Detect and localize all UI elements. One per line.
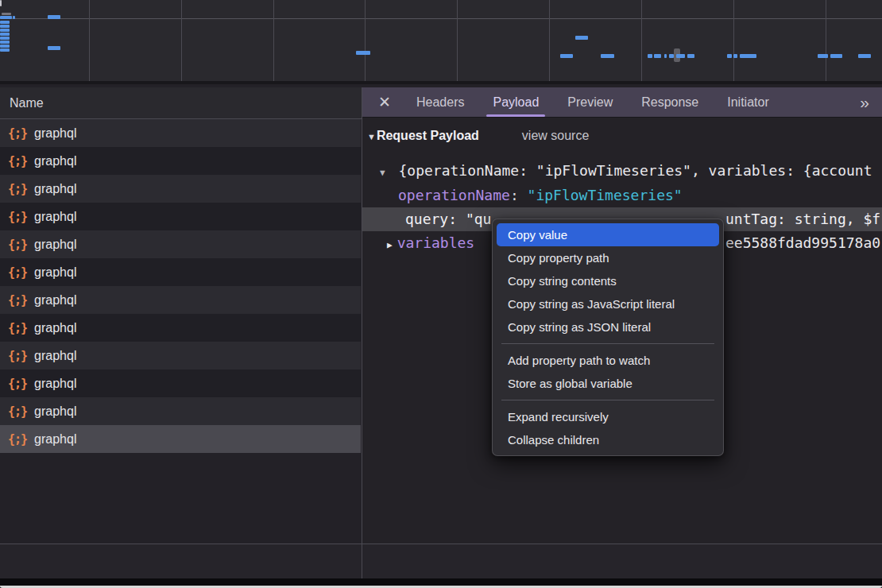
network-overview-timeline[interactable] <box>0 0 882 84</box>
request-name: graphql <box>34 321 76 335</box>
menu-item-store-as-global-variable[interactable]: Store as global variable <box>497 372 719 395</box>
property-value-left: "qu <box>466 211 492 227</box>
timeline-request-bar <box>0 48 10 52</box>
json-braces-icon: {;} <box>8 182 27 196</box>
request-row[interactable]: {;}graphql <box>0 369 361 397</box>
property-value: "ipFlowTimeseries" <box>528 187 683 203</box>
timeline-request-bar <box>13 16 15 19</box>
menu-item-expand-recursively[interactable]: Expand recursively <box>497 405 719 428</box>
request-row[interactable]: {;}graphql <box>0 230 361 258</box>
expanded-arrow-icon[interactable]: ▼ <box>367 132 376 141</box>
section-title: Request Payload <box>377 129 479 143</box>
request-row[interactable]: {;}graphql <box>0 258 361 286</box>
more-tabs-icon[interactable]: » <box>860 93 868 112</box>
menu-item-copy-string-contents[interactable]: Copy string contents <box>497 269 719 292</box>
timeline-gridline <box>641 0 642 81</box>
timeline-request-bar <box>654 54 661 58</box>
timeline-gridline <box>457 0 458 81</box>
request-row[interactable]: {;}graphql <box>0 342 361 369</box>
request-payload-section-header[interactable]: ▼ Request Payload view source <box>367 129 589 143</box>
timeline-request-bar <box>648 54 652 58</box>
tabs-holder: HeadersPayloadPreviewResponseInitiator <box>402 87 783 117</box>
property-key: operationName <box>398 187 510 203</box>
tree-row-root[interactable]: ▼ {operationName: "ipFlowTimeseries", va… <box>362 159 882 183</box>
request-name: graphql <box>34 265 76 280</box>
tree-row-operationname[interactable]: operationName: "ipFlowTimeseries" <box>362 184 882 207</box>
request-name: graphql <box>34 182 76 196</box>
json-braces-icon: {;} <box>8 377 27 391</box>
request-name: graphql <box>34 404 76 419</box>
close-icon[interactable]: ✕ <box>367 93 402 111</box>
menu-item-copy-property-path[interactable]: Copy property path <box>497 246 719 269</box>
collapsed-arrow-icon[interactable]: ▶ <box>387 240 393 250</box>
request-row[interactable]: {;}graphql <box>0 203 361 230</box>
menu-item-collapse-children[interactable]: Collapse children <box>497 428 719 451</box>
timeline-request-bar <box>664 54 667 58</box>
request-name: graphql <box>34 293 76 308</box>
root-object-preview: {operationName: "ipFlowTimeseries", vari… <box>398 162 872 179</box>
request-row[interactable]: {;}graphql <box>0 314 361 342</box>
timeline-gridline <box>273 0 274 81</box>
request-list: {;}graphql{;}graphql{;}graphql{;}graphql… <box>0 119 361 544</box>
timeline-request-bar <box>0 25 10 28</box>
request-name: graphql <box>34 432 76 447</box>
timeline-request-bar <box>575 36 588 40</box>
request-row[interactable]: {;}graphql <box>0 425 361 453</box>
timeline-request-bar <box>740 54 756 58</box>
menu-item-copy-value[interactable]: Copy value <box>497 223 719 246</box>
json-braces-icon: {;} <box>8 238 27 252</box>
timeline-request-bar <box>858 54 871 58</box>
key-separator: : <box>510 187 528 203</box>
menu-item-copy-string-as-json-literal[interactable]: Copy string as JSON literal <box>497 315 719 338</box>
menu-divider <box>501 400 714 400</box>
request-row[interactable]: {;}graphql <box>0 397 361 425</box>
request-row[interactable]: {;}graphql <box>0 119 361 147</box>
timeline-request-bar <box>0 37 10 40</box>
menu-divider <box>501 343 714 344</box>
timeline-request-bar <box>687 54 694 58</box>
request-name: graphql <box>34 154 76 168</box>
tab-preview[interactable]: Preview <box>553 87 627 117</box>
request-row[interactable]: {;}graphql <box>0 175 361 203</box>
tab-headers[interactable]: Headers <box>402 87 478 117</box>
devtools-network-panel: Name {;}graphql{;}graphql{;}graphql{;}gr… <box>0 0 882 588</box>
menu-item-copy-string-as-javascript-literal[interactable]: Copy string as JavaScript literal <box>497 292 719 315</box>
timeline-gridline <box>826 0 826 81</box>
name-column-header[interactable]: Name <box>0 87 362 119</box>
expanded-arrow-icon[interactable]: ▼ <box>380 168 385 178</box>
timeline-gridline <box>549 0 550 81</box>
json-braces-icon: {;} <box>8 154 27 168</box>
property-value-right-fragment: ee5588fdad995178a0 <box>725 231 880 255</box>
tab-payload[interactable]: Payload <box>478 87 553 117</box>
timeline-request-bar <box>0 21 10 24</box>
json-braces-icon: {;} <box>8 265 27 280</box>
request-name: graphql <box>34 126 76 141</box>
summary-strip <box>0 544 882 578</box>
tab-initiator[interactable]: Initiator <box>713 87 783 117</box>
timeline-request-bar <box>48 46 60 50</box>
detail-tabs: ✕ HeadersPayloadPreviewResponseInitiator… <box>362 87 882 118</box>
json-braces-icon: {;} <box>8 210 27 224</box>
timeline-request-bar <box>727 54 732 58</box>
tab-response[interactable]: Response <box>627 87 713 117</box>
view-source-link[interactable]: view source <box>522 129 589 143</box>
context-menu: Copy valueCopy property pathCopy string … <box>492 219 724 456</box>
panel-divider[interactable] <box>362 87 362 578</box>
timeline-request-bar <box>818 54 828 58</box>
request-row[interactable]: {;}graphql <box>0 286 361 314</box>
timeline-request-bar <box>0 41 10 44</box>
timeline-request-bar <box>2 13 11 15</box>
json-braces-icon: {;} <box>8 404 27 419</box>
request-name: graphql <box>34 238 76 252</box>
property-key: query <box>405 211 448 227</box>
json-braces-icon: {;} <box>8 321 27 335</box>
timeline-request-bar <box>356 51 370 55</box>
timeline-gridline <box>733 0 734 81</box>
timeline-request-bar <box>733 54 737 58</box>
timeline-request-bar <box>0 44 10 48</box>
timeline-gridline <box>365 0 366 81</box>
request-row[interactable]: {;}graphql <box>0 147 361 175</box>
menu-item-add-property-path-to-watch[interactable]: Add property path to watch <box>497 349 719 372</box>
request-name: graphql <box>34 210 76 224</box>
timeline-request-bar <box>601 54 614 58</box>
